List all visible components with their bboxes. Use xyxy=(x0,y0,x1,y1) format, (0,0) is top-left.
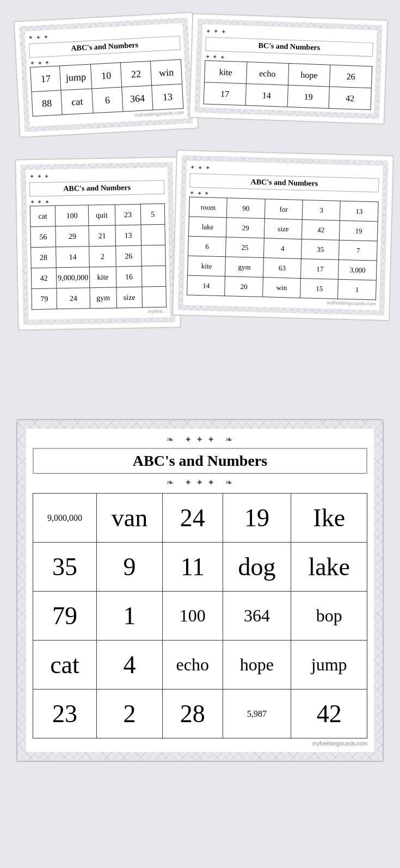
table-cell xyxy=(141,224,165,245)
main-table-cell: echo xyxy=(163,641,223,690)
main-table-cell: 42 xyxy=(291,690,367,738)
main-table-cell: 4 xyxy=(96,641,162,690)
table-cell: 25 xyxy=(226,237,264,258)
table-cell: 90 xyxy=(227,198,265,219)
main-table-cell: 28 xyxy=(163,690,223,738)
table-cell: 4 xyxy=(263,238,301,259)
table-cell: 42 xyxy=(31,268,57,289)
card3-watermark: myfree... xyxy=(32,309,167,316)
table-cell: for xyxy=(264,199,303,220)
table-cell: 21 xyxy=(89,225,115,247)
table-cell: kite xyxy=(205,60,247,84)
main-table-cell: hope xyxy=(223,641,291,690)
table-cell: 6 xyxy=(188,236,226,257)
table-cell: room xyxy=(189,197,227,218)
table-cell: 10 xyxy=(91,63,122,89)
main-card-title: ABC's and Numbers xyxy=(33,448,367,474)
main-table-cell: 9,000,000 xyxy=(33,494,97,543)
table-cell: 15 xyxy=(300,278,339,299)
card3-title: ABC's and Numbers xyxy=(29,180,164,196)
main-table-cell: dog xyxy=(223,543,291,592)
main-ornament-bottom: ❧ ✦ ✦ ✦ ❧ xyxy=(33,477,367,488)
table-cell: 24 xyxy=(57,288,90,309)
table-cell: 7 xyxy=(339,240,377,261)
table-cell: 2 xyxy=(89,246,116,267)
table-cell: 17 xyxy=(301,258,339,279)
table-cell: 42 xyxy=(329,87,371,110)
table-cell: 28 xyxy=(31,247,57,268)
main-table-cell: 2 xyxy=(96,690,162,738)
card4-title: ABC's and Numbers xyxy=(189,173,379,192)
small-cards-section: ✦ ✦ ✦ ABC's and Numbers ✦ ✦ ✦ 17jump1022… xyxy=(11,11,389,408)
table-cell: lake xyxy=(188,217,226,237)
table-cell: gym xyxy=(90,287,116,309)
bingo-card-2: ✦ ✦ ✦ BC's and Numbers ✦ ✦ ✦ kiteechohop… xyxy=(189,13,389,125)
main-bingo-card: ❧ ✦ ✦ ✦ ❧ ABC's and Numbers ❧ ✦ ✦ ✦ ❧ 9,… xyxy=(16,419,384,762)
table-cell: 19 xyxy=(287,85,330,108)
table-cell: 3,000 xyxy=(339,260,377,280)
table-cell: 17 xyxy=(204,82,246,106)
table-cell: 29 xyxy=(56,226,89,247)
table-cell: gym xyxy=(225,257,263,278)
table-cell: 19 xyxy=(340,220,378,241)
table-cell: 13 xyxy=(115,225,141,246)
table-cell: 56 xyxy=(30,226,56,248)
table-cell: kite xyxy=(89,267,116,288)
table-cell: echo xyxy=(246,62,288,85)
bingo-card-1: ✦ ✦ ✦ ABC's and Numbers ✦ ✦ ✦ 17jump1022… xyxy=(14,12,199,138)
main-table-cell: 24 xyxy=(163,494,223,543)
table-cell: size xyxy=(116,287,143,308)
table-cell: size xyxy=(264,219,302,239)
bingo-card-3: ✦ ✦ ✦ ABC's and Numbers ✦ ✦ ✦ cat100quit… xyxy=(15,156,181,330)
table-cell: 14 xyxy=(56,247,90,268)
bingo-card-4: ✦ ✦ ✦ ABC's and Numbers ✦ ✦ ✦ room90for3… xyxy=(172,150,394,321)
main-bingo-grid: 9,000,000van2419Ike35911doglake791100364… xyxy=(33,493,367,738)
main-ornament-top: ❧ ✦ ✦ ✦ ❧ xyxy=(33,434,367,445)
card4-grid: room90for313lake29size42196254357kitegym… xyxy=(187,196,379,300)
table-cell: 29 xyxy=(226,218,264,238)
table-cell xyxy=(141,266,165,287)
table-cell: 100 xyxy=(55,205,89,226)
main-table-cell: 79 xyxy=(33,592,97,641)
main-table-cell: 35 xyxy=(33,543,97,592)
card2-grid: kiteechohope2617141942 xyxy=(204,60,373,110)
card3-grid: cat100quit235562921132814226429,000,000k… xyxy=(30,204,167,310)
card3-ornament-top: ✦ ✦ ✦ xyxy=(29,171,164,180)
table-cell: 1 xyxy=(338,279,376,300)
table-cell: cat xyxy=(30,206,56,227)
main-table-cell: cat xyxy=(33,641,97,690)
table-cell xyxy=(141,245,165,266)
card1-grid: 17jump1022win88cat636413 xyxy=(30,59,183,116)
main-table-cell: lake xyxy=(291,543,367,592)
main-table-cell: 11 xyxy=(163,543,223,592)
table-cell: 63 xyxy=(263,258,301,279)
table-cell: 16 xyxy=(116,266,142,287)
table-cell: 364 xyxy=(121,85,153,112)
main-table-cell: van xyxy=(96,494,162,543)
table-cell: 9,000,000 xyxy=(56,267,90,288)
table-cell: 26 xyxy=(115,245,141,267)
table-cell: 22 xyxy=(120,61,152,87)
table-cell: 5 xyxy=(140,204,164,225)
main-table-cell: 100 xyxy=(163,592,223,641)
main-table-cell: 9 xyxy=(96,543,162,592)
main-watermark: myfreebingocards.com xyxy=(33,741,367,747)
table-cell: win xyxy=(151,59,182,85)
table-cell: 3 xyxy=(302,200,340,220)
table-cell xyxy=(142,286,166,307)
main-table-cell: jump xyxy=(291,641,367,690)
table-cell: 42 xyxy=(302,219,340,240)
main-table-cell: Ike xyxy=(291,494,367,543)
table-cell: 20 xyxy=(225,276,263,297)
table-cell: 13 xyxy=(340,201,378,221)
table-cell: quit xyxy=(88,205,115,226)
main-table-cell: 1 xyxy=(96,592,162,641)
table-cell: 23 xyxy=(115,204,141,225)
table-cell: 26 xyxy=(330,65,372,88)
main-table-cell: 364 xyxy=(223,592,291,641)
main-table-cell: 19 xyxy=(223,494,291,543)
table-cell: kite xyxy=(188,256,226,276)
table-cell: win xyxy=(262,278,300,298)
main-table-cell: bop xyxy=(291,592,367,641)
main-table-cell: 5,987 xyxy=(223,690,291,738)
